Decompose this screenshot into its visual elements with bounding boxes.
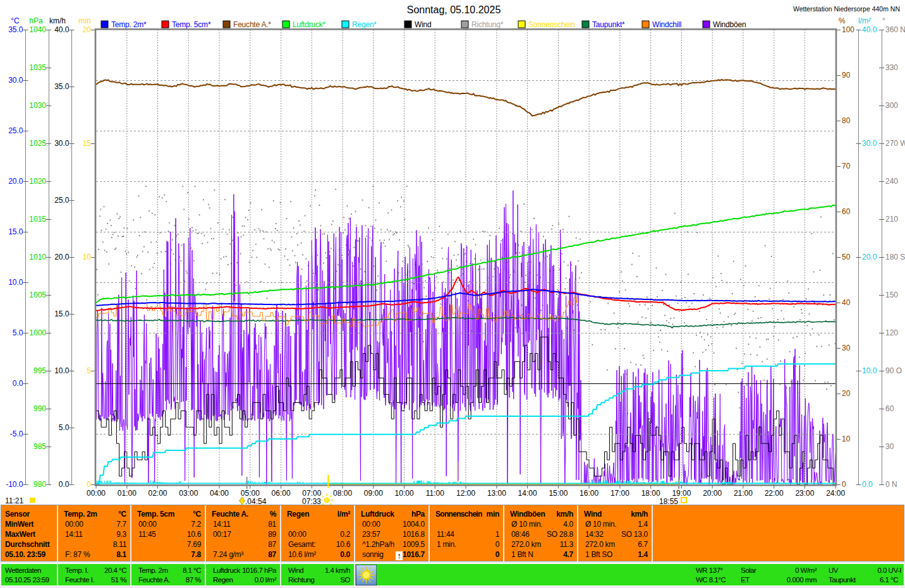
svg-text:0.0: 0.0 xyxy=(59,480,70,489)
svg-text:25.0: 25.0 xyxy=(54,196,70,205)
svg-text:270 W: 270 W xyxy=(885,139,905,148)
svg-text:0.0: 0.0 xyxy=(862,480,873,489)
svg-text:03:00: 03:00 xyxy=(179,489,198,498)
svg-text:Taupunkt*: Taupunkt* xyxy=(592,20,625,29)
svg-text:10.0: 10.0 xyxy=(862,366,877,375)
svg-text:10: 10 xyxy=(842,435,851,443)
svg-text:5.0: 5.0 xyxy=(13,328,23,337)
svg-text:14:00: 14:00 xyxy=(518,489,537,498)
svg-text:60: 60 xyxy=(885,404,894,413)
svg-text:Temp. 2m*: Temp. 2m* xyxy=(111,20,147,29)
svg-text:50: 50 xyxy=(842,253,851,261)
svg-text:07:00: 07:00 xyxy=(302,489,321,498)
svg-text:120: 120 xyxy=(885,328,898,337)
svg-text:°C: °C xyxy=(11,16,20,25)
svg-text:1000: 1000 xyxy=(29,328,46,337)
svg-text:18:00: 18:00 xyxy=(641,489,660,498)
svg-text:240: 240 xyxy=(885,177,898,186)
svg-text:1005: 1005 xyxy=(29,291,46,299)
svg-text:20.0: 20.0 xyxy=(54,253,70,261)
svg-text:360 N: 360 N xyxy=(885,25,905,34)
svg-text:10:00: 10:00 xyxy=(395,489,414,498)
svg-text:980: 980 xyxy=(33,480,46,489)
svg-text:25.0: 25.0 xyxy=(8,126,23,135)
svg-text:16:00: 16:00 xyxy=(580,489,598,498)
svg-text:05:00: 05:00 xyxy=(241,489,260,498)
svg-text:11:21: 11:21 xyxy=(5,496,23,505)
svg-text:300: 300 xyxy=(885,101,898,110)
svg-text:5.0: 5.0 xyxy=(59,423,70,432)
svg-text:06:00: 06:00 xyxy=(272,489,291,498)
svg-text:30: 30 xyxy=(842,344,851,352)
svg-text:20: 20 xyxy=(83,25,92,34)
svg-text:Richtung*: Richtung* xyxy=(471,20,504,29)
svg-text:10.0: 10.0 xyxy=(54,366,70,375)
svg-text:%: % xyxy=(839,16,846,25)
svg-text:180 S: 180 S xyxy=(885,253,905,261)
svg-text:35.0: 35.0 xyxy=(8,25,23,34)
svg-text:1040: 1040 xyxy=(29,25,46,34)
svg-text:Wind: Wind xyxy=(415,20,432,29)
svg-text:1010: 1010 xyxy=(29,253,46,261)
svg-text:15: 15 xyxy=(83,139,92,148)
svg-text:40: 40 xyxy=(842,298,851,307)
svg-text:21:00: 21:00 xyxy=(734,489,753,498)
svg-text:20:00: 20:00 xyxy=(703,489,722,498)
svg-text:70: 70 xyxy=(842,162,851,171)
svg-text:5: 5 xyxy=(87,366,91,375)
svg-text:Temp. 5cm*: Temp. 5cm* xyxy=(172,20,211,29)
svg-text:13:00: 13:00 xyxy=(487,489,506,498)
svg-text:hPa: hPa xyxy=(29,16,43,25)
svg-text:10: 10 xyxy=(83,253,92,261)
svg-text:Wetterstation Niedersorpe 440m: Wetterstation Niedersorpe 440m NN xyxy=(793,5,900,13)
svg-text:17:00: 17:00 xyxy=(610,489,629,498)
svg-text:-10.0: -10.0 xyxy=(6,480,23,489)
svg-text:Luftdruck*: Luftdruck* xyxy=(293,20,326,29)
svg-text:0: 0 xyxy=(87,480,91,489)
svg-text:Regen*: Regen* xyxy=(352,20,377,29)
svg-text:24:00: 24:00 xyxy=(826,489,845,498)
svg-text:Feuchte A.*: Feuchte A.* xyxy=(233,20,271,29)
svg-text:Sonnenschein: Sonnenschein xyxy=(528,20,575,29)
svg-text:-5.0: -5.0 xyxy=(10,429,23,438)
svg-text:23:00: 23:00 xyxy=(795,489,814,498)
svg-text:Sonntag, 05.10.2025: Sonntag, 05.10.2025 xyxy=(407,4,501,15)
svg-text:30: 30 xyxy=(885,442,894,451)
svg-text:22:00: 22:00 xyxy=(765,489,784,498)
svg-text:01:00: 01:00 xyxy=(118,489,137,498)
svg-text:20: 20 xyxy=(842,389,851,398)
svg-text:20.0: 20.0 xyxy=(862,253,877,261)
svg-text:0.0: 0.0 xyxy=(13,379,23,388)
svg-text:40.0: 40.0 xyxy=(54,25,70,34)
svg-text:995: 995 xyxy=(33,366,46,375)
svg-text:30.0: 30.0 xyxy=(54,139,70,148)
svg-text:210: 210 xyxy=(885,215,898,224)
svg-text:Windböen: Windböen xyxy=(713,20,746,29)
svg-text:985: 985 xyxy=(33,442,46,451)
svg-text:km/h: km/h xyxy=(49,16,66,25)
svg-text:150: 150 xyxy=(885,291,898,299)
svg-text:15:00: 15:00 xyxy=(549,489,568,498)
svg-text:1025: 1025 xyxy=(29,139,46,148)
svg-text:80: 80 xyxy=(842,116,851,125)
svg-text:11:00: 11:00 xyxy=(426,489,444,498)
svg-text:08:00: 08:00 xyxy=(333,489,352,498)
svg-text:30.0: 30.0 xyxy=(862,139,877,148)
svg-text:0: 0 xyxy=(842,480,846,489)
svg-text:35.0: 35.0 xyxy=(54,82,70,91)
svg-text:1035: 1035 xyxy=(29,63,46,72)
svg-text:1015: 1015 xyxy=(29,215,46,224)
svg-text:12:00: 12:00 xyxy=(456,489,475,498)
svg-text:02:00: 02:00 xyxy=(148,489,167,498)
svg-text:90 O: 90 O xyxy=(885,366,902,375)
svg-text:20.0: 20.0 xyxy=(8,177,23,186)
svg-text:l/m²: l/m² xyxy=(858,16,871,25)
svg-text:09:00: 09:00 xyxy=(364,489,383,498)
svg-text:°: ° xyxy=(882,16,885,25)
svg-text:90: 90 xyxy=(842,71,851,80)
svg-text:04:00: 04:00 xyxy=(210,489,229,498)
svg-text:100: 100 xyxy=(842,25,854,34)
svg-text:min: min xyxy=(78,16,90,25)
svg-text:00:00: 00:00 xyxy=(87,489,106,498)
svg-text:15.0: 15.0 xyxy=(54,309,70,318)
